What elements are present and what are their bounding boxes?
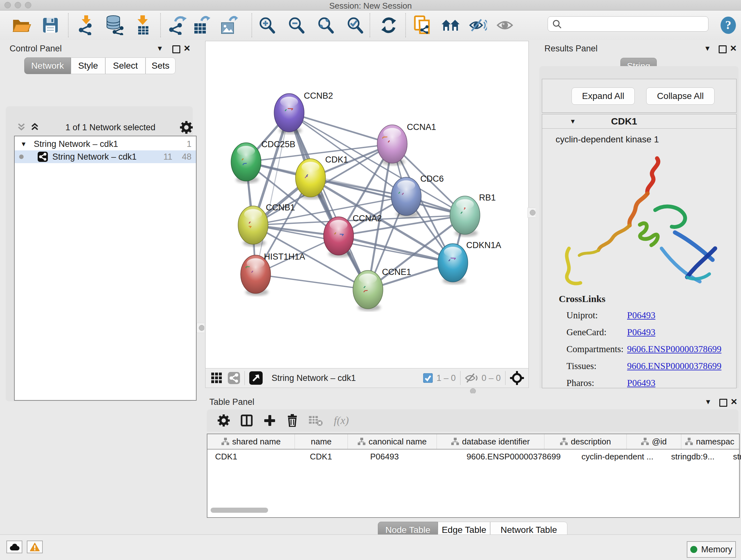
cell-database-identifier[interactable]: 9606.ENSP00000378699 xyxy=(459,449,574,463)
column-header-name[interactable]: name xyxy=(295,434,348,449)
selected-checkbox-icon[interactable] xyxy=(423,373,433,383)
detach-view-icon[interactable] xyxy=(249,371,263,385)
memory-button[interactable]: Memory xyxy=(687,541,736,558)
gear-icon[interactable] xyxy=(180,121,193,134)
tab-style[interactable]: Style xyxy=(71,57,105,74)
cloud-status-button[interactable] xyxy=(6,541,22,553)
network-node[interactable] xyxy=(438,244,468,284)
crosslink-compartments[interactable]: 9606.ENSP00000378699 xyxy=(627,344,736,354)
hidden-node-edge-counts: 0 – 0 xyxy=(482,373,501,383)
crosslink-genecard[interactable]: P06493 xyxy=(627,327,736,337)
crosslink-uniprot[interactable]: P06493 xyxy=(627,310,736,320)
tree-expand-icon[interactable]: ▼ xyxy=(20,140,27,148)
birds-eye-crosshair-icon[interactable] xyxy=(510,371,524,385)
table-toolbar: f(x) xyxy=(207,409,738,432)
network-node[interactable] xyxy=(274,94,304,134)
delete-column-button[interactable] xyxy=(286,414,298,427)
zoom-out-button[interactable] xyxy=(284,14,308,37)
cell-canonical-name[interactable]: P06493 xyxy=(362,449,459,463)
apply-layout-button[interactable] xyxy=(377,14,401,37)
section-collapse-icon[interactable]: ▼ xyxy=(569,118,576,125)
panel-float-icon[interactable] xyxy=(719,399,727,407)
crosslink-tissues[interactable]: 9606.ENSP00000378699 xyxy=(627,361,736,371)
panel-close-icon[interactable]: × xyxy=(184,44,190,52)
zoom-in-button[interactable] xyxy=(255,14,279,37)
cell-id[interactable]: stringdb:9... xyxy=(664,449,725,463)
show-all-button[interactable] xyxy=(493,14,517,37)
network-node[interactable] xyxy=(353,270,383,311)
show-columns-button[interactable] xyxy=(241,415,253,427)
network-node[interactable] xyxy=(238,206,268,246)
expand-all-button[interactable]: Expand All xyxy=(571,87,635,105)
first-neighbors-button[interactable] xyxy=(439,14,463,37)
column-header-namespace[interactable]: namespac xyxy=(681,434,738,449)
panel-collapse-icon[interactable]: ▼ xyxy=(704,44,711,53)
import-network-database-button[interactable] xyxy=(103,14,127,37)
open-session-button[interactable] xyxy=(10,14,34,37)
add-column-button[interactable] xyxy=(264,415,276,427)
splitter-handle[interactable] xyxy=(530,210,536,215)
panel-close-icon[interactable]: × xyxy=(730,44,737,52)
tab-network[interactable]: Network xyxy=(24,57,71,74)
column-header-shared-name[interactable]: shared name xyxy=(207,434,295,449)
zoom-selected-button[interactable] xyxy=(343,14,367,37)
horizontal-splitter[interactable] xyxy=(204,388,741,393)
export-image-button[interactable] xyxy=(217,14,241,37)
cell-description[interactable]: cyclin-dependent ... xyxy=(574,449,664,463)
panel-float-icon[interactable] xyxy=(172,45,180,53)
crosslink-pharos[interactable]: P06493 xyxy=(627,378,736,388)
expand-all-chevron-icon[interactable] xyxy=(30,123,41,132)
cell-name[interactable]: CDK1 xyxy=(302,449,362,463)
cell-namespace[interactable]: stringdb xyxy=(725,449,741,463)
column-header-database-identifier[interactable]: database identifier xyxy=(437,434,544,449)
network-edge[interactable] xyxy=(256,113,289,274)
network-row[interactable]: String Network – cdk1 11 48 xyxy=(15,150,196,163)
network-graph[interactable]: CCNB2CCNA1CDC25BCDK1CDC6RB1CCNB1CCNA2CDK… xyxy=(205,41,529,368)
panel-float-icon[interactable] xyxy=(719,45,727,53)
clone-network-button[interactable] xyxy=(410,14,434,37)
column-header-canonical-name[interactable]: canonical name xyxy=(348,434,437,449)
protein-header-row[interactable]: ▼ CDK1 xyxy=(542,114,736,129)
network-node[interactable] xyxy=(231,143,261,183)
column-header-id[interactable]: @id xyxy=(627,434,681,449)
network-node[interactable] xyxy=(450,196,480,237)
export-network-button[interactable] xyxy=(165,14,190,37)
grid-view-icon[interactable] xyxy=(211,372,223,384)
tab-sets[interactable]: Sets xyxy=(145,57,176,74)
network-view-title: String Network – cdk1 xyxy=(272,373,356,383)
panel-close-icon[interactable]: × xyxy=(731,397,737,406)
table-horizontal-scrollbar[interactable] xyxy=(207,507,737,514)
function-builder-button[interactable]: f(x) xyxy=(334,415,349,427)
tab-select[interactable]: Select xyxy=(105,57,145,74)
import-table-file-button[interactable] xyxy=(131,14,155,37)
warnings-button[interactable] xyxy=(27,541,43,553)
panel-collapse-icon[interactable]: ▼ xyxy=(704,398,712,406)
cell-shared-name[interactable]: CDK1 xyxy=(207,449,302,463)
help-button[interactable]: ? xyxy=(716,14,740,37)
table-settings-button[interactable] xyxy=(218,415,230,427)
network-view-mode-icon[interactable] xyxy=(228,372,240,384)
network-collection-row[interactable]: ▼ String Network – cdk1 1 xyxy=(15,138,196,150)
export-table-button[interactable] xyxy=(190,14,214,37)
table-row[interactable]: CDK1 CDK1 P06493 9606.ENSP00000378699 cy… xyxy=(207,449,739,463)
collapse-all-chevron-icon[interactable] xyxy=(17,123,27,132)
vertical-splitter-right[interactable] xyxy=(529,40,536,388)
network-edge[interactable] xyxy=(289,113,368,290)
network-edge[interactable] xyxy=(339,236,453,263)
network-edge[interactable] xyxy=(256,274,368,290)
delete-table-button[interactable] xyxy=(309,415,323,426)
vertical-splitter-left[interactable] xyxy=(199,40,204,535)
scrollbar-thumb[interactable] xyxy=(211,508,268,513)
hide-selected-button[interactable] xyxy=(466,14,490,37)
import-network-file-button[interactable] xyxy=(75,14,99,37)
network-canvas[interactable]: CCNB2CCNA1CDC25BCDK1CDC6RB1CCNB1CCNA2CDK… xyxy=(205,41,529,368)
collapse-all-button[interactable]: Collapse All xyxy=(646,87,715,105)
network-node[interactable] xyxy=(377,125,407,165)
search-input[interactable] xyxy=(564,17,706,30)
network-edge[interactable] xyxy=(289,113,392,144)
zoom-fit-button[interactable] xyxy=(313,14,338,37)
column-header-description[interactable]: description xyxy=(544,434,627,449)
splitter-handle[interactable] xyxy=(199,325,205,331)
save-session-button[interactable] xyxy=(38,14,63,37)
panel-collapse-icon[interactable]: ▼ xyxy=(156,44,163,53)
